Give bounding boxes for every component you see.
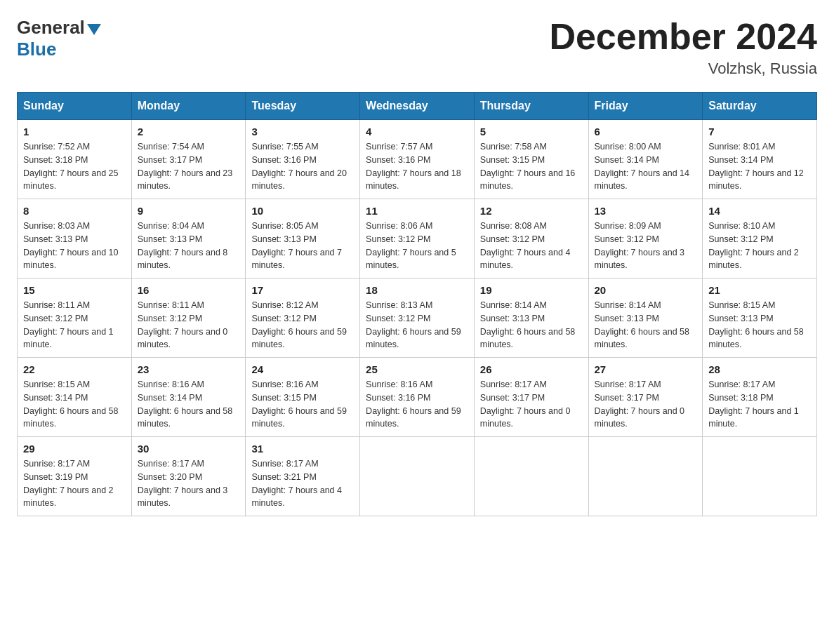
header-saturday: Saturday: [703, 93, 817, 120]
calendar-cell: 5Sunrise: 7:58 AMSunset: 3:15 PMDaylight…: [474, 120, 588, 199]
day-number: 30: [138, 443, 240, 455]
calendar-cell: 16Sunrise: 8:11 AMSunset: 3:12 PMDayligh…: [131, 279, 246, 358]
calendar-cell: 20Sunrise: 8:14 AMSunset: 3:13 PMDayligh…: [588, 279, 703, 358]
title-block: December 2024 Volzhsk, Russia: [549, 17, 817, 78]
day-number: 3: [251, 126, 354, 137]
day-number: 27: [595, 363, 697, 375]
day-number: 10: [251, 205, 354, 217]
day-number: 1: [23, 126, 126, 137]
day-info: Sunrise: 8:17 AMSunset: 3:18 PMDaylight:…: [708, 378, 811, 431]
day-number: 2: [138, 126, 240, 137]
day-info: Sunrise: 8:01 AMSunset: 3:14 PMDaylight:…: [708, 140, 811, 193]
day-info: Sunrise: 8:15 AMSunset: 3:13 PMDaylight:…: [708, 299, 811, 351]
calendar-cell: 19Sunrise: 8:14 AMSunset: 3:13 PMDayligh…: [474, 279, 588, 358]
calendar-cell: [360, 437, 475, 516]
logo: General Blue: [17, 17, 103, 60]
header-wednesday: Wednesday: [360, 93, 475, 120]
week-row-3: 15Sunrise: 8:11 AMSunset: 3:12 PMDayligh…: [18, 279, 817, 358]
day-info: Sunrise: 8:14 AMSunset: 3:13 PMDaylight:…: [480, 299, 583, 351]
calendar-cell: [474, 437, 588, 516]
day-info: Sunrise: 8:09 AMSunset: 3:12 PMDaylight:…: [595, 220, 697, 272]
day-info: Sunrise: 8:13 AMSunset: 3:12 PMDaylight:…: [366, 299, 468, 351]
day-info: Sunrise: 8:03 AMSunset: 3:13 PMDaylight:…: [23, 220, 126, 272]
day-info: Sunrise: 8:17 AMSunset: 3:21 PMDaylight:…: [251, 457, 354, 510]
day-number: 17: [251, 284, 354, 296]
day-number: 14: [708, 205, 811, 217]
header-thursday: Thursday: [474, 93, 588, 120]
calendar-cell: 30Sunrise: 8:17 AMSunset: 3:20 PMDayligh…: [131, 437, 246, 516]
day-number: 18: [366, 284, 468, 296]
day-info: Sunrise: 8:11 AMSunset: 3:12 PMDaylight:…: [23, 299, 126, 351]
header-friday: Friday: [588, 93, 703, 120]
week-row-2: 8Sunrise: 8:03 AMSunset: 3:13 PMDaylight…: [18, 199, 817, 279]
day-number: 20: [595, 284, 697, 296]
calendar-cell: [703, 437, 817, 516]
calendar-table: SundayMondayTuesdayWednesdayThursdayFrid…: [17, 92, 817, 516]
calendar-cell: 25Sunrise: 8:16 AMSunset: 3:16 PMDayligh…: [360, 358, 475, 437]
day-info: Sunrise: 8:00 AMSunset: 3:14 PMDaylight:…: [595, 140, 697, 193]
logo-general-text: General: [17, 17, 85, 39]
day-number: 5: [480, 126, 583, 137]
week-row-1: 1Sunrise: 7:52 AMSunset: 3:18 PMDaylight…: [18, 120, 817, 199]
calendar-cell: 21Sunrise: 8:15 AMSunset: 3:13 PMDayligh…: [703, 279, 817, 358]
header-monday: Monday: [131, 93, 246, 120]
calendar-cell: 2Sunrise: 7:54 AMSunset: 3:17 PMDaylight…: [131, 120, 246, 199]
day-info: Sunrise: 8:17 AMSunset: 3:20 PMDaylight:…: [138, 457, 240, 510]
day-info: Sunrise: 8:16 AMSunset: 3:14 PMDaylight:…: [138, 378, 240, 431]
day-number: 22: [23, 363, 126, 375]
calendar-cell: 26Sunrise: 8:17 AMSunset: 3:17 PMDayligh…: [474, 358, 588, 437]
day-info: Sunrise: 8:06 AMSunset: 3:12 PMDaylight:…: [366, 220, 468, 272]
calendar-cell: 29Sunrise: 8:17 AMSunset: 3:19 PMDayligh…: [18, 437, 132, 516]
calendar-cell: 12Sunrise: 8:08 AMSunset: 3:12 PMDayligh…: [474, 199, 588, 279]
day-number: 29: [23, 443, 126, 455]
day-number: 9: [138, 205, 240, 217]
calendar-cell: 23Sunrise: 8:16 AMSunset: 3:14 PMDayligh…: [131, 358, 246, 437]
calendar-cell: 4Sunrise: 7:57 AMSunset: 3:16 PMDaylight…: [360, 120, 475, 199]
day-info: Sunrise: 8:12 AMSunset: 3:12 PMDaylight:…: [251, 299, 354, 351]
calendar-cell: 3Sunrise: 7:55 AMSunset: 3:16 PMDaylight…: [246, 120, 360, 199]
page-header: General Blue December 2024 Volzhsk, Russ…: [17, 17, 817, 78]
day-info: Sunrise: 8:17 AMSunset: 3:19 PMDaylight:…: [23, 457, 126, 510]
logo-triangle-icon: [87, 24, 101, 35]
week-row-5: 29Sunrise: 8:17 AMSunset: 3:19 PMDayligh…: [18, 437, 817, 516]
day-number: 28: [708, 363, 811, 375]
day-info: Sunrise: 7:55 AMSunset: 3:16 PMDaylight:…: [251, 140, 354, 193]
day-number: 12: [480, 205, 583, 217]
calendar-cell: [588, 437, 703, 516]
day-info: Sunrise: 8:17 AMSunset: 3:17 PMDaylight:…: [595, 378, 697, 431]
calendar-cell: 8Sunrise: 8:03 AMSunset: 3:13 PMDaylight…: [18, 199, 132, 279]
day-number: 15: [23, 284, 126, 296]
day-number: 16: [138, 284, 240, 296]
calendar-cell: 24Sunrise: 8:16 AMSunset: 3:15 PMDayligh…: [246, 358, 360, 437]
day-info: Sunrise: 8:17 AMSunset: 3:17 PMDaylight:…: [480, 378, 583, 431]
day-number: 6: [595, 126, 697, 137]
day-info: Sunrise: 7:58 AMSunset: 3:15 PMDaylight:…: [480, 140, 583, 193]
calendar-cell: 27Sunrise: 8:17 AMSunset: 3:17 PMDayligh…: [588, 358, 703, 437]
day-info: Sunrise: 8:05 AMSunset: 3:13 PMDaylight:…: [251, 220, 354, 272]
day-number: 13: [595, 205, 697, 217]
day-number: 8: [23, 205, 126, 217]
day-number: 24: [251, 363, 354, 375]
day-info: Sunrise: 7:57 AMSunset: 3:16 PMDaylight:…: [366, 140, 468, 193]
day-number: 23: [138, 363, 240, 375]
calendar-cell: 22Sunrise: 8:15 AMSunset: 3:14 PMDayligh…: [18, 358, 132, 437]
header-tuesday: Tuesday: [246, 93, 360, 120]
day-number: 25: [366, 363, 468, 375]
calendar-cell: 6Sunrise: 8:00 AMSunset: 3:14 PMDaylight…: [588, 120, 703, 199]
day-info: Sunrise: 8:16 AMSunset: 3:15 PMDaylight:…: [251, 378, 354, 431]
day-number: 21: [708, 284, 811, 296]
day-info: Sunrise: 8:11 AMSunset: 3:12 PMDaylight:…: [138, 299, 240, 351]
calendar-cell: 15Sunrise: 8:11 AMSunset: 3:12 PMDayligh…: [18, 279, 132, 358]
week-row-4: 22Sunrise: 8:15 AMSunset: 3:14 PMDayligh…: [18, 358, 817, 437]
location-label: Volzhsk, Russia: [549, 60, 817, 78]
day-number: 4: [366, 126, 468, 137]
logo-blue-text: Blue: [17, 39, 56, 60]
calendar-cell: 31Sunrise: 8:17 AMSunset: 3:21 PMDayligh…: [246, 437, 360, 516]
calendar-cell: 13Sunrise: 8:09 AMSunset: 3:12 PMDayligh…: [588, 199, 703, 279]
day-info: Sunrise: 7:54 AMSunset: 3:17 PMDaylight:…: [138, 140, 240, 193]
day-number: 31: [251, 443, 354, 455]
calendar-cell: 9Sunrise: 8:04 AMSunset: 3:13 PMDaylight…: [131, 199, 246, 279]
calendar-cell: 14Sunrise: 8:10 AMSunset: 3:12 PMDayligh…: [703, 199, 817, 279]
day-info: Sunrise: 8:04 AMSunset: 3:13 PMDaylight:…: [138, 220, 240, 272]
calendar-cell: 10Sunrise: 8:05 AMSunset: 3:13 PMDayligh…: [246, 199, 360, 279]
